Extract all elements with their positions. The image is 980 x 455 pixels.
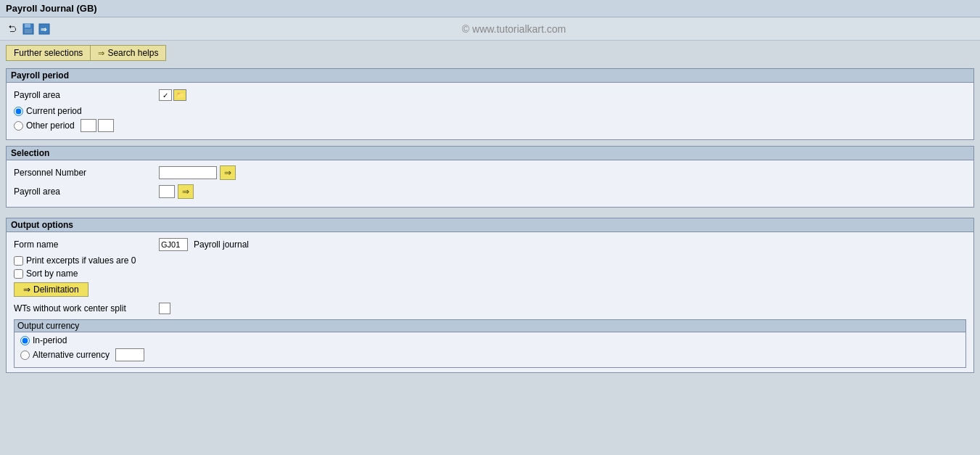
- page-title: Payroll Journal (GB): [6, 3, 97, 14]
- sort-by-name-label: Sort by name: [26, 269, 78, 279]
- delimitation-row: ⇒ Delimitation: [14, 282, 966, 298]
- form-name-input[interactable]: [159, 238, 188, 251]
- selection-payroll-area-row: Payroll area ⇒: [14, 184, 966, 200]
- selection-header: Selection: [7, 147, 973, 160]
- payroll-period-body: Payroll area 📁 Current period Other peri…: [7, 83, 973, 139]
- output-options-section: Output options Form name Payroll journal…: [6, 218, 974, 373]
- other-period-radio[interactable]: [14, 121, 23, 131]
- svg-rect-1: [25, 24, 30, 28]
- form-name-label: Form name: [14, 239, 159, 250]
- alternative-currency-input[interactable]: [115, 348, 144, 361]
- toolbar: ⮌ ⇒ © www.tutorialkart.com: [0, 17, 980, 41]
- output-currency-header: Output currency: [15, 320, 965, 332]
- search-helps-arrow-icon: ⇒: [98, 49, 104, 58]
- output-options-body: Form name Payroll journal Print excerpts…: [7, 232, 973, 372]
- output-currency-panel: Output currency In-period Alternative cu…: [14, 319, 966, 368]
- personnel-number-input[interactable]: [159, 166, 217, 179]
- save-icon[interactable]: [22, 22, 35, 36]
- payroll-area-label: Payroll area: [14, 90, 159, 100]
- selection-payroll-area-label: Payroll area: [14, 186, 159, 197]
- further-selections-label: Further selections: [14, 48, 83, 58]
- selection-payroll-area-input[interactable]: [159, 185, 175, 198]
- current-period-label: Current period: [26, 106, 82, 116]
- personnel-number-label: Personnel Number: [14, 168, 159, 178]
- wts-row: WTs without work center split: [14, 300, 966, 316]
- wts-label: WTs without work center split: [14, 303, 159, 313]
- selection-payroll-area-arrow-btn[interactable]: ⇒: [178, 184, 194, 199]
- other-period-input1[interactable]: [81, 119, 96, 132]
- print-excerpts-label: Print excerpts if values are 0: [26, 255, 136, 266]
- form-name-desc: Payroll journal: [194, 239, 249, 250]
- other-period-row: Other period: [14, 119, 966, 132]
- personnel-number-arrow-btn[interactable]: ⇒: [220, 165, 236, 180]
- in-period-label: In-period: [33, 335, 67, 345]
- selection-section: Selection Personnel Number ⇒ Payroll are…: [6, 146, 974, 208]
- payroll-period-section: Payroll period Payroll area 📁 Current pe…: [6, 68, 974, 140]
- search-helps-tab[interactable]: ⇒ Search helps: [90, 45, 166, 61]
- delimitation-button[interactable]: ⇒ Delimitation: [14, 282, 88, 297]
- alternative-currency-radio[interactable]: [20, 351, 30, 360]
- personnel-number-row: Personnel Number ⇒: [14, 165, 966, 181]
- delimitation-arrow-icon: ⇒: [23, 284, 30, 295]
- print-excerpts-row: Print excerpts if values are 0: [14, 255, 966, 266]
- payroll-period-header: Payroll period: [7, 69, 973, 83]
- tab-bar: Further selections ⇒ Search helps: [0, 41, 980, 65]
- current-period-radio[interactable]: [14, 107, 23, 116]
- other-period-label: Other period: [26, 120, 75, 131]
- alternative-currency-row: Alternative currency: [20, 348, 960, 361]
- alternative-currency-label: Alternative currency: [33, 350, 110, 360]
- watermark: © www.tutorialkart.com: [54, 23, 974, 35]
- selection-body: Personnel Number ⇒ Payroll area ⇒: [7, 160, 973, 207]
- print-excerpts-checkbox[interactable]: [14, 256, 23, 266]
- sort-by-name-checkbox[interactable]: [14, 269, 23, 279]
- payroll-area-row: Payroll area 📁: [14, 87, 966, 103]
- payroll-area-check-icon[interactable]: [159, 89, 172, 101]
- payroll-area-folder-icon[interactable]: 📁: [173, 89, 186, 101]
- wts-input[interactable]: [159, 303, 170, 314]
- shortcut-icon[interactable]: ⇒: [38, 22, 51, 36]
- main-content: Payroll period Payroll area 📁 Current pe…: [0, 65, 980, 385]
- further-selections-tab[interactable]: Further selections: [6, 45, 90, 61]
- svg-text:⇒: ⇒: [41, 25, 47, 33]
- output-options-header: Output options: [7, 218, 973, 232]
- svg-rect-2: [25, 29, 32, 33]
- current-period-row: Current period: [14, 106, 966, 116]
- history-icon[interactable]: ⮌: [6, 22, 19, 36]
- in-period-radio[interactable]: [20, 336, 30, 345]
- other-period-input2[interactable]: [98, 119, 114, 132]
- in-period-row: In-period: [20, 335, 960, 345]
- sort-by-name-row: Sort by name: [14, 269, 966, 279]
- form-name-row: Form name Payroll journal: [14, 237, 966, 253]
- title-bar: Payroll Journal (GB): [0, 0, 980, 17]
- delimitation-label: Delimitation: [33, 284, 79, 295]
- search-helps-label: Search helps: [107, 48, 158, 58]
